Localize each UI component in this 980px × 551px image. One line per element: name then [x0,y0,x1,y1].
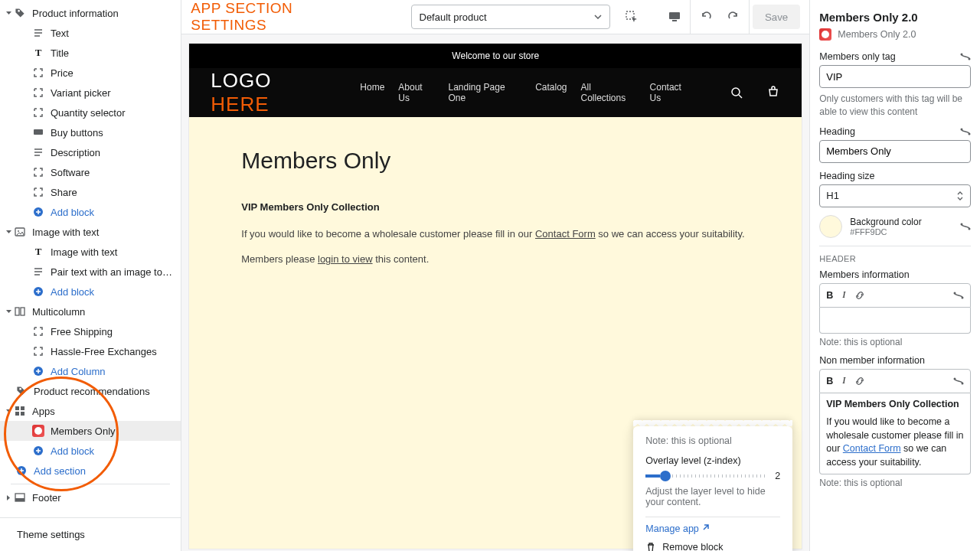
tree-footer[interactable]: Footer [0,487,181,507]
svg-rect-11 [21,412,24,416]
tree-title[interactable]: TTitle [0,43,181,63]
block-icon [32,86,44,99]
columns-icon [14,305,26,318]
members-info-note: Note: this is optional [819,337,971,347]
manage-app-link[interactable]: Manage app [645,523,780,534]
tree-label: Image with text [51,246,117,258]
tree-price[interactable]: Price [0,63,181,83]
text-icon [32,146,44,158]
footer-icon [14,491,26,504]
italic-button[interactable]: I [842,289,845,301]
undo-icon[interactable] [694,5,718,29]
connect-icon[interactable] [960,51,971,62]
contact-form-link[interactable]: Contact Form [535,228,596,240]
tree-image-with-text[interactable]: Image with text [0,222,181,242]
add-block-product[interactable]: Add block [0,202,181,222]
nonmember-editor[interactable]: VIP Members Only Collection If you would… [819,393,971,475]
add-column[interactable]: Add Column [0,361,181,381]
tree-multicolumn[interactable]: Multicolumn [0,302,181,321]
chevron-down-icon [5,308,12,315]
tree-qty[interactable]: Quantity selector [0,103,181,122]
product-select-label: Default product [420,11,487,23]
tree-label: Share [51,187,77,198]
nav-link[interactable]: About Us [398,82,434,103]
app-name-row: Members Only 2.0 [819,28,971,41]
tree-apps[interactable]: Apps [0,401,181,421]
save-button[interactable]: Save [753,5,800,29]
block-icon [32,186,44,198]
tree-product-recs[interactable]: Product recommendations [0,381,181,401]
overlay-slider[interactable] [645,474,767,478]
plus-circle-icon [32,365,44,377]
nav-link[interactable]: Contact Us [650,82,694,103]
link-button[interactable] [854,376,865,386]
contact-form-link[interactable]: Contact Form [843,443,901,454]
tree-iwt-pair[interactable]: Pair text with an image to focus ... [0,262,181,282]
tree-product-information[interactable]: Product information [0,3,181,23]
tree-members-only[interactable]: Members Only [0,421,181,441]
remove-block-button[interactable]: Remove block [645,542,780,551]
nav-link[interactable]: Catalog [535,82,567,103]
tree-text[interactable]: Text [0,23,181,43]
tree-free-ship[interactable]: Free Shipping [0,321,181,341]
svg-rect-6 [21,308,24,315]
paragraph-1: If you would like to become a wholesale … [241,228,750,240]
cart-icon[interactable] [766,86,780,99]
tag-icon [14,7,26,19]
nav-link[interactable]: All Collections [581,82,636,103]
theme-settings[interactable]: Theme settings [0,517,181,551]
title-icon: T [32,47,44,59]
overlay-help: Adjust the layer level to hide your cont… [645,486,780,507]
nav-link[interactable]: Home [360,82,384,103]
svg-rect-18 [672,20,677,21]
tree-variant[interactable]: Variant picker [0,83,181,103]
tree-label: Title [51,47,69,59]
login-link[interactable]: login to view [318,253,373,265]
inspector-icon[interactable] [619,5,643,29]
overlay-label: Overlay level (z-index) [645,455,780,466]
italic-button[interactable]: I [842,375,845,386]
bold-button[interactable]: B [826,376,833,386]
product-select[interactable]: Default product [411,5,611,29]
tree-software[interactable]: Software [0,162,181,182]
plus-circle-icon [15,465,28,477]
subheading: VIP Members Only Collection [241,201,750,213]
bg-color-row[interactable]: Background color#FFF9DC [819,215,971,238]
nav-links: Home About Us Landing Page One Catalog A… [360,82,693,103]
tree-share[interactable]: Share [0,182,181,202]
add-block-apps[interactable]: Add block [0,441,181,461]
title-icon: T [32,246,44,258]
hsize-label: Heading size [819,171,874,181]
connect-icon[interactable] [953,376,964,386]
rte-toolbar-2: B I [819,369,971,393]
add-section[interactable]: Add section [0,461,181,481]
svg-rect-10 [15,412,19,416]
nav-link[interactable]: Landing Page One [448,82,521,103]
connect-icon[interactable] [953,290,964,301]
heading-input[interactable] [819,140,971,163]
tag-label: Members only tag [819,51,895,62]
redo-icon[interactable] [721,5,746,29]
tree-label: Buy buttons [51,127,103,139]
tree-buy[interactable]: Buy buttons [0,122,181,142]
members-info-editor[interactable] [819,308,971,334]
link-button[interactable] [854,290,865,301]
svg-point-20 [961,54,963,56]
connect-icon[interactable] [960,221,971,232]
connect-icon[interactable] [960,126,971,137]
right-panel: Members Only 2.0 Members Only 2.0 Member… [809,0,980,551]
desktop-icon[interactable] [662,5,687,29]
tree-hassle[interactable]: Hassle-Free Exchanges [0,341,181,361]
svg-point-3 [18,230,19,232]
heading-size-select[interactable]: H1 [819,184,971,207]
plus-circle-icon [32,285,44,298]
bold-button[interactable]: B [826,290,833,301]
add-label: Add section [34,465,86,477]
tag-input[interactable] [819,65,971,88]
topbar: APP SECTION SETTINGS Default product Sav… [181,0,809,34]
tree-desc[interactable]: Description [0,142,181,162]
add-block-iwt[interactable]: Add block [0,282,181,302]
block-icon [32,106,44,119]
tree-iwt-item[interactable]: TImage with text [0,242,181,262]
search-icon[interactable] [730,86,743,99]
